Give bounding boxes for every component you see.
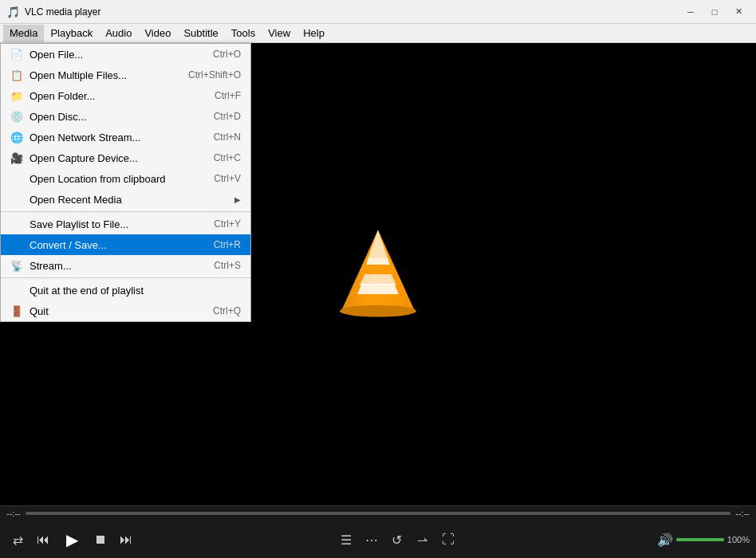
prev-button[interactable]: ⏮ bbox=[32, 529, 54, 551]
open-folder-icon: 📁 bbox=[7, 90, 26, 102]
menu-convert-save[interactable]: Convert / Save... Ctrl+R bbox=[1, 234, 250, 255]
open-recent-label: Open Recent Media bbox=[26, 194, 234, 206]
convert-save-shortcut: Ctrl+R bbox=[214, 239, 241, 250]
convert-save-label: Convert / Save... bbox=[26, 239, 198, 251]
menu-open-network[interactable]: 🌐 Open Network Stream... Ctrl+N bbox=[1, 127, 250, 147]
quit-shortcut: Ctrl+Q bbox=[213, 305, 241, 316]
svg-point-4 bbox=[340, 305, 416, 317]
stop-button[interactable]: ⏹ bbox=[89, 529, 112, 551]
dropdown-menu-content: 📄 Open File... Ctrl+O 📋 Open Multiple Fi… bbox=[0, 43, 251, 322]
menu-open-file[interactable]: 📄 Open File... Ctrl+O bbox=[1, 44, 250, 65]
media-dropdown: 📄 Open File... Ctrl+O 📋 Open Multiple Fi… bbox=[0, 43, 251, 322]
volume-bar[interactable] bbox=[676, 538, 724, 541]
open-capture-shortcut: Ctrl+C bbox=[214, 152, 241, 163]
open-folder-label: Open Folder... bbox=[26, 90, 199, 102]
menu-open-recent[interactable]: Open Recent Media ▶ bbox=[1, 189, 250, 210]
menu-bar: Media Playback Audio Video Subtitle Tool… bbox=[0, 24, 756, 43]
menu-view[interactable]: View bbox=[262, 25, 297, 42]
vlc-logo bbox=[330, 226, 426, 322]
open-capture-icon: 🎥 bbox=[7, 152, 26, 164]
next-button[interactable]: ⏭ bbox=[115, 529, 137, 551]
open-location-shortcut: Ctrl+V bbox=[214, 173, 241, 184]
open-multiple-shortcut: Ctrl+Shift+O bbox=[188, 69, 241, 81]
controls-center: ☰ ⋯ ↺ ⇀ ⛶ bbox=[335, 529, 459, 551]
current-time: --:-- bbox=[6, 509, 21, 518]
separator-1 bbox=[1, 211, 250, 212]
timeline: --:-- --:-- bbox=[0, 506, 756, 521]
quit-icon: 🚪 bbox=[7, 305, 26, 317]
total-time: --:-- bbox=[735, 509, 750, 518]
open-multiple-icon: 📋 bbox=[7, 69, 26, 81]
open-file-shortcut: Ctrl+O bbox=[213, 49, 241, 60]
menu-media[interactable]: Media bbox=[3, 25, 44, 42]
open-disc-shortcut: Ctrl+D bbox=[214, 111, 241, 122]
svg-marker-3 bbox=[341, 230, 415, 312]
title-left: 🎵 VLC media player bbox=[6, 6, 100, 18]
volume-icon: 🔊 bbox=[657, 532, 673, 548]
controls-left: ⇄ ⏮ ▶ ⏹ ⏭ bbox=[6, 525, 137, 554]
stream-icon: 📡 bbox=[7, 260, 26, 272]
menu-open-disc[interactable]: 💿 Open Disc... Ctrl+D bbox=[1, 106, 250, 127]
open-recent-arrow: ▶ bbox=[234, 195, 241, 204]
toggle-playlist-button[interactable]: ☰ bbox=[335, 529, 357, 551]
open-file-label: Open File... bbox=[26, 49, 197, 61]
open-multiple-label: Open Multiple Files... bbox=[26, 69, 172, 81]
save-playlist-label: Save Playlist to File... bbox=[26, 218, 198, 230]
play-button[interactable]: ▶ bbox=[57, 525, 86, 554]
minimize-button[interactable]: ─ bbox=[679, 4, 702, 20]
separator-2 bbox=[1, 277, 250, 278]
open-file-icon: 📄 bbox=[7, 49, 26, 61]
app-title: VLC media player bbox=[25, 6, 100, 18]
open-network-icon: 🌐 bbox=[7, 132, 26, 143]
volume-label: 100% bbox=[727, 535, 750, 544]
loop-button[interactable]: ↺ bbox=[386, 529, 408, 551]
menu-playback[interactable]: Playback bbox=[44, 25, 99, 42]
volume-fill bbox=[676, 538, 724, 541]
open-disc-icon: 💿 bbox=[7, 111, 26, 123]
menu-open-capture[interactable]: 🎥 Open Capture Device... Ctrl+C bbox=[1, 147, 250, 168]
app-icon: 🎵 bbox=[6, 6, 20, 18]
quit-end-label: Quit at the end of playlist bbox=[26, 285, 225, 297]
open-location-label: Open Location from clipboard bbox=[26, 173, 198, 185]
menu-open-multiple[interactable]: 📋 Open Multiple Files... Ctrl+Shift+O bbox=[1, 65, 250, 85]
menu-quit[interactable]: 🚪 Quit Ctrl+Q bbox=[1, 301, 250, 321]
menu-audio[interactable]: Audio bbox=[99, 25, 138, 42]
maximize-button[interactable]: □ bbox=[703, 4, 726, 20]
menu-quit-end[interactable]: Quit at the end of playlist bbox=[1, 280, 250, 301]
controls-row: ⇄ ⏮ ▶ ⏹ ⏭ ☰ ⋯ ↺ ⇀ ⛶ 🔊 100% bbox=[0, 521, 756, 558]
menu-open-folder[interactable]: 📁 Open Folder... Ctrl+F bbox=[1, 85, 250, 106]
svg-marker-6 bbox=[357, 284, 399, 294]
bottom-bar: --:-- --:-- ⇄ ⏮ ▶ ⏹ ⏭ ☰ ⋯ ↺ ⇀ ⛶ 🔊 100% bbox=[0, 505, 756, 558]
menu-stream[interactable]: 📡 Stream... Ctrl+S bbox=[1, 255, 250, 276]
random-button[interactable]: ⇀ bbox=[411, 529, 434, 551]
close-button[interactable]: ✕ bbox=[727, 4, 750, 20]
save-playlist-shortcut: Ctrl+Y bbox=[214, 218, 241, 230]
menu-save-playlist[interactable]: Save Playlist to File... Ctrl+Y bbox=[1, 214, 250, 234]
title-bar: 🎵 VLC media player ─ □ ✕ bbox=[0, 0, 756, 24]
svg-marker-5 bbox=[366, 257, 390, 265]
open-folder-shortcut: Ctrl+F bbox=[215, 90, 241, 101]
stream-label: Stream... bbox=[26, 260, 198, 272]
stream-shortcut: Ctrl+S bbox=[214, 260, 241, 271]
extended-settings-button[interactable]: ⋯ bbox=[360, 529, 383, 551]
menu-tools[interactable]: Tools bbox=[225, 25, 262, 42]
fullscreen-button[interactable]: ⛶ bbox=[437, 529, 459, 551]
open-network-shortcut: Ctrl+N bbox=[214, 132, 241, 143]
menu-subtitle[interactable]: Subtitle bbox=[177, 25, 224, 42]
open-network-label: Open Network Stream... bbox=[26, 132, 198, 143]
open-disc-label: Open Disc... bbox=[26, 111, 198, 123]
volume-area: 🔊 100% bbox=[657, 532, 750, 548]
menu-help[interactable]: Help bbox=[297, 25, 331, 42]
shuffle-button[interactable]: ⇄ bbox=[6, 529, 29, 551]
progress-bar[interactable] bbox=[26, 512, 731, 515]
window-controls: ─ □ ✕ bbox=[679, 4, 750, 20]
menu-video[interactable]: Video bbox=[138, 25, 177, 42]
quit-label: Quit bbox=[26, 305, 197, 317]
menu-open-location[interactable]: Open Location from clipboard Ctrl+V bbox=[1, 168, 250, 189]
open-capture-label: Open Capture Device... bbox=[26, 152, 198, 164]
